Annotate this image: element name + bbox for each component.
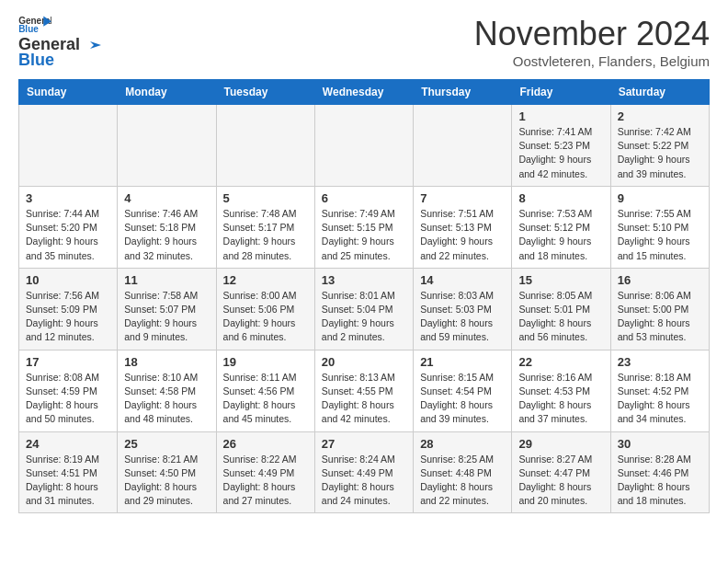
day-info: Sunrise: 8:16 AM Sunset: 4:53 PM Dayligh… [518, 371, 603, 427]
day-number: 3 [26, 191, 110, 205]
calendar-cell: 25Sunrise: 8:21 AM Sunset: 4:50 PM Dayli… [118, 431, 216, 513]
day-number: 13 [322, 273, 406, 287]
calendar-cell: 11Sunrise: 7:58 AM Sunset: 5:07 PM Dayli… [118, 268, 216, 350]
calendar-week-row: 24Sunrise: 8:19 AM Sunset: 4:51 PM Dayli… [19, 431, 710, 513]
logo-blue: Blue [18, 51, 54, 70]
day-info: Sunrise: 8:22 AM Sunset: 4:49 PM Dayligh… [223, 453, 308, 509]
calendar-cell: 18Sunrise: 8:10 AM Sunset: 4:58 PM Dayli… [118, 350, 216, 431]
day-info: Sunrise: 8:13 AM Sunset: 4:55 PM Dayligh… [322, 371, 406, 427]
day-number: 18 [124, 355, 209, 369]
calendar-cell: 2Sunrise: 7:42 AM Sunset: 5:22 PM Daylig… [610, 105, 709, 187]
day-number: 26 [223, 437, 308, 451]
col-header-sunday: Sunday [19, 80, 118, 105]
logo-icon: General Blue [18, 15, 51, 33]
calendar-week-row: 1Sunrise: 7:41 AM Sunset: 5:23 PM Daylig… [19, 105, 710, 187]
day-number: 27 [322, 437, 406, 451]
logo-bird-icon [81, 38, 101, 52]
day-number: 15 [518, 273, 603, 287]
day-number: 17 [26, 355, 110, 369]
calendar-cell: 19Sunrise: 8:11 AM Sunset: 4:56 PM Dayli… [216, 350, 314, 431]
col-header-thursday: Thursday [414, 80, 512, 105]
day-number: 19 [223, 355, 308, 369]
col-header-saturday: Saturday [610, 80, 709, 105]
day-info: Sunrise: 7:55 AM Sunset: 5:10 PM Dayligh… [618, 207, 702, 263]
calendar-cell [414, 105, 512, 187]
calendar-week-row: 3Sunrise: 7:44 AM Sunset: 5:20 PM Daylig… [19, 186, 710, 268]
calendar-cell: 20Sunrise: 8:13 AM Sunset: 4:55 PM Dayli… [314, 350, 413, 431]
day-number: 4 [124, 191, 209, 205]
calendar-cell: 12Sunrise: 8:00 AM Sunset: 5:06 PM Dayli… [216, 268, 314, 350]
day-number: 22 [518, 355, 603, 369]
calendar-week-row: 17Sunrise: 8:08 AM Sunset: 4:59 PM Dayli… [19, 350, 710, 431]
day-info: Sunrise: 7:49 AM Sunset: 5:15 PM Dayligh… [322, 207, 406, 263]
day-info: Sunrise: 7:46 AM Sunset: 5:18 PM Dayligh… [124, 207, 209, 263]
location-title: Oostvleteren, Flanders, Belgium [474, 53, 710, 69]
day-info: Sunrise: 8:08 AM Sunset: 4:59 PM Dayligh… [26, 371, 110, 427]
day-number: 2 [618, 109, 702, 123]
day-number: 29 [518, 437, 603, 451]
calendar-cell: 1Sunrise: 7:41 AM Sunset: 5:23 PM Daylig… [512, 105, 610, 187]
calendar-cell: 6Sunrise: 7:49 AM Sunset: 5:15 PM Daylig… [314, 186, 413, 268]
header: General Blue General Blue November 2024 … [18, 15, 710, 70]
day-number: 25 [124, 437, 209, 451]
title-area: November 2024 Oostvleteren, Flanders, Be… [474, 15, 710, 69]
calendar-cell: 3Sunrise: 7:44 AM Sunset: 5:20 PM Daylig… [19, 186, 118, 268]
day-number: 9 [618, 191, 702, 205]
day-info: Sunrise: 7:53 AM Sunset: 5:12 PM Dayligh… [518, 207, 603, 263]
calendar-cell [19, 105, 118, 187]
calendar-cell: 23Sunrise: 8:18 AM Sunset: 4:52 PM Dayli… [610, 350, 709, 431]
col-header-monday: Monday [118, 80, 216, 105]
day-info: Sunrise: 8:03 AM Sunset: 5:03 PM Dayligh… [420, 289, 505, 345]
day-info: Sunrise: 8:10 AM Sunset: 4:58 PM Dayligh… [124, 371, 209, 427]
day-number: 7 [420, 191, 505, 205]
col-header-wednesday: Wednesday [314, 80, 413, 105]
day-info: Sunrise: 8:27 AM Sunset: 4:47 PM Dayligh… [518, 453, 603, 509]
day-number: 16 [618, 273, 702, 287]
day-info: Sunrise: 7:41 AM Sunset: 5:23 PM Dayligh… [518, 125, 603, 181]
day-number: 6 [322, 191, 406, 205]
calendar-cell: 21Sunrise: 8:15 AM Sunset: 4:54 PM Dayli… [414, 350, 512, 431]
day-info: Sunrise: 7:44 AM Sunset: 5:20 PM Dayligh… [26, 207, 110, 263]
calendar-cell: 9Sunrise: 7:55 AM Sunset: 5:10 PM Daylig… [610, 186, 709, 268]
day-info: Sunrise: 7:42 AM Sunset: 5:22 PM Dayligh… [618, 125, 702, 181]
svg-marker-3 [90, 41, 101, 49]
day-number: 11 [124, 273, 209, 287]
day-number: 28 [420, 437, 505, 451]
calendar-cell: 17Sunrise: 8:08 AM Sunset: 4:59 PM Dayli… [19, 350, 118, 431]
day-number: 10 [26, 273, 110, 287]
calendar-cell: 10Sunrise: 7:56 AM Sunset: 5:09 PM Dayli… [19, 268, 118, 350]
day-info: Sunrise: 8:11 AM Sunset: 4:56 PM Dayligh… [223, 371, 308, 427]
day-info: Sunrise: 8:01 AM Sunset: 5:04 PM Dayligh… [322, 289, 406, 345]
month-title: November 2024 [474, 15, 710, 53]
day-info: Sunrise: 7:58 AM Sunset: 5:07 PM Dayligh… [124, 289, 209, 345]
day-number: 23 [618, 355, 702, 369]
col-header-friday: Friday [512, 80, 610, 105]
calendar-cell: 30Sunrise: 8:28 AM Sunset: 4:46 PM Dayli… [610, 431, 709, 513]
day-info: Sunrise: 7:48 AM Sunset: 5:17 PM Dayligh… [223, 207, 308, 263]
calendar-table: SundayMondayTuesdayWednesdayThursdayFrid… [18, 79, 710, 513]
day-info: Sunrise: 8:19 AM Sunset: 4:51 PM Dayligh… [26, 453, 110, 509]
calendar-cell: 4Sunrise: 7:46 AM Sunset: 5:18 PM Daylig… [118, 186, 216, 268]
calendar-cell: 15Sunrise: 8:05 AM Sunset: 5:01 PM Dayli… [512, 268, 610, 350]
col-header-tuesday: Tuesday [216, 80, 314, 105]
calendar-week-row: 10Sunrise: 7:56 AM Sunset: 5:09 PM Dayli… [19, 268, 710, 350]
calendar-cell: 27Sunrise: 8:24 AM Sunset: 4:49 PM Dayli… [314, 431, 413, 513]
day-info: Sunrise: 7:56 AM Sunset: 5:09 PM Dayligh… [26, 289, 110, 345]
day-number: 21 [420, 355, 505, 369]
day-info: Sunrise: 8:28 AM Sunset: 4:46 PM Dayligh… [618, 453, 702, 509]
calendar-cell: 16Sunrise: 8:06 AM Sunset: 5:00 PM Dayli… [610, 268, 709, 350]
calendar-cell [118, 105, 216, 187]
day-number: 5 [223, 191, 308, 205]
calendar-cell: 22Sunrise: 8:16 AM Sunset: 4:53 PM Dayli… [512, 350, 610, 431]
day-info: Sunrise: 8:06 AM Sunset: 5:00 PM Dayligh… [618, 289, 702, 345]
day-number: 24 [26, 437, 110, 451]
day-info: Sunrise: 8:15 AM Sunset: 4:54 PM Dayligh… [420, 371, 505, 427]
day-info: Sunrise: 8:24 AM Sunset: 4:49 PM Dayligh… [322, 453, 406, 509]
day-number: 8 [518, 191, 603, 205]
day-info: Sunrise: 8:18 AM Sunset: 4:52 PM Dayligh… [618, 371, 702, 427]
day-number: 12 [223, 273, 308, 287]
day-number: 30 [618, 437, 702, 451]
day-number: 20 [322, 355, 406, 369]
day-info: Sunrise: 8:00 AM Sunset: 5:06 PM Dayligh… [223, 289, 308, 345]
day-number: 1 [518, 109, 603, 123]
